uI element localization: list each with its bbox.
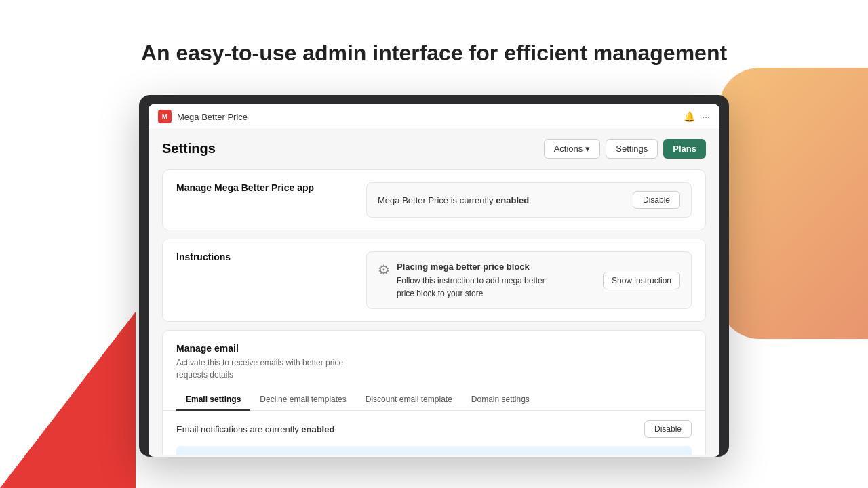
app-status-text: Mega Better Price is currently enabled bbox=[378, 195, 529, 205]
manage-email-label: Manage email Activate this to receive em… bbox=[176, 343, 366, 381]
settings-area: Settings Actions ▾ Settings Plans Manage… bbox=[149, 129, 719, 455]
topbar-icons: 🔔 ··· bbox=[684, 111, 710, 122]
info-box: Create new sales channel with Mega Bette… bbox=[176, 446, 692, 455]
instructions-content: ⚙ Placing mega better price block Follow… bbox=[366, 251, 692, 309]
decorative-orange-shape bbox=[719, 68, 868, 339]
tab-domain-settings[interactable]: Domain settings bbox=[462, 389, 539, 411]
instruction-text: Placing mega better price block Follow t… bbox=[397, 260, 545, 300]
laptop-frame: M Mega Better Price 🔔 ··· Settings Actio… bbox=[139, 95, 729, 457]
info-email-link[interactable]: contact@architechpro.com bbox=[551, 454, 648, 455]
email-status-text: Email notifications are currently enable… bbox=[176, 424, 334, 434]
tab-email-settings[interactable]: Email settings bbox=[176, 389, 250, 411]
email-tabs: Email settings Decline email templates D… bbox=[163, 389, 705, 411]
email-content: Email notifications are currently enable… bbox=[163, 411, 705, 455]
manage-app-content: Mega Better Price is currently enabled D… bbox=[366, 182, 692, 218]
app-name: Mega Better Price bbox=[177, 112, 684, 122]
actions-button[interactable]: Actions ▾ bbox=[544, 139, 601, 159]
settings-title: Settings bbox=[162, 141, 216, 157]
manage-app-label: Manage Mega Better Price app bbox=[176, 182, 366, 193]
app-logo: M bbox=[158, 110, 172, 123]
tab-discount-template[interactable]: Discount email template bbox=[356, 389, 462, 411]
disable-email-button[interactable]: Disable bbox=[644, 420, 692, 438]
gear-icon: ⚙ bbox=[378, 262, 390, 278]
settings-header: Settings Actions ▾ Settings Plans bbox=[162, 139, 706, 159]
email-status-row: Email notifications are currently enable… bbox=[176, 420, 692, 438]
instructions-label: Instructions bbox=[176, 251, 366, 262]
instruction-box: ⚙ Placing mega better price block Follow… bbox=[366, 251, 692, 309]
page-heading: An easy-to-use admin interface for effic… bbox=[141, 41, 727, 66]
settings-button[interactable]: Settings bbox=[606, 139, 658, 159]
tab-decline-templates[interactable]: Decline email templates bbox=[250, 389, 355, 411]
show-instruction-button[interactable]: Show instruction bbox=[603, 272, 680, 289]
instructions-card: Instructions ⚙ Placing mega better price… bbox=[162, 239, 706, 322]
disable-app-button[interactable]: Disable bbox=[633, 191, 680, 209]
decorative-red-triangle bbox=[0, 312, 136, 488]
manage-app-card: Manage Mega Better Price app Mega Better… bbox=[162, 169, 706, 230]
manage-email-card: Manage email Activate this to receive em… bbox=[162, 330, 706, 455]
notification-icon[interactable]: 🔔 bbox=[684, 111, 695, 122]
laptop-screen: M Mega Better Price 🔔 ··· Settings Actio… bbox=[149, 104, 719, 457]
topbar: M Mega Better Price 🔔 ··· bbox=[149, 104, 719, 129]
plans-button[interactable]: Plans bbox=[663, 139, 706, 159]
header-buttons: Actions ▾ Settings Plans bbox=[544, 139, 706, 159]
app-status-row: Mega Better Price is currently enabled D… bbox=[366, 182, 692, 218]
more-icon[interactable]: ··· bbox=[702, 111, 710, 122]
